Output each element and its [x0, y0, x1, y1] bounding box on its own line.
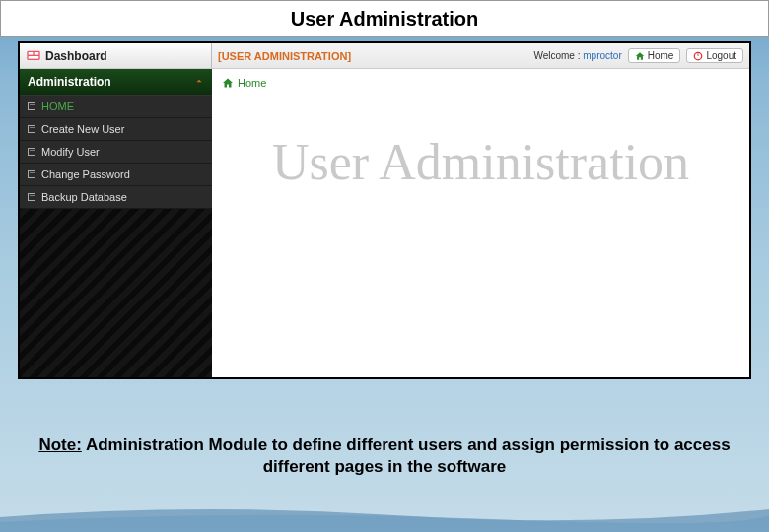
svg-rect-3 [29, 56, 39, 59]
power-icon [693, 51, 703, 61]
home-button[interactable]: Home [628, 48, 681, 63]
app-body: Administration HOME Create New User Modi… [20, 69, 749, 377]
chevron-up-icon [194, 75, 204, 89]
note-block: Note: Administration Module to define di… [30, 434, 739, 478]
dashboard-label: Dashboard [45, 49, 107, 63]
sidebar-item-label: HOME [41, 100, 74, 112]
breadcrumb: Home [212, 69, 749, 97]
sidebar-item-create-user[interactable]: Create New User [20, 118, 212, 141]
collapse-icon [28, 148, 35, 156]
slide-title-bar: User Administration [0, 0, 769, 37]
sidebar-item-label: Change Password [41, 168, 130, 180]
home-icon [222, 77, 234, 89]
watermark-text: User Administration [212, 133, 749, 191]
logout-button-label: Logout [706, 50, 736, 61]
collapse-icon [28, 102, 35, 110]
section-name: [USER ADMINISTRATION] [218, 50, 351, 62]
footer-decoration [0, 498, 769, 532]
collapse-icon [28, 193, 35, 201]
svg-rect-2 [35, 52, 39, 55]
sidebar-item-home[interactable]: HOME [20, 96, 212, 118]
logout-button[interactable]: Logout [686, 48, 743, 63]
app-toolbar: Dashboard [USER ADMINISTRATION] Welcome … [20, 43, 749, 69]
sidebar-item-change-password[interactable]: Change Password [20, 164, 212, 186]
content-area: Home User Administration [212, 69, 749, 377]
dashboard-label-block: Dashboard [20, 43, 212, 68]
note-body: Administration Module to define differen… [82, 435, 731, 476]
home-button-label: Home [648, 50, 674, 61]
sidebar-section-header[interactable]: Administration [20, 69, 212, 96]
note-text: Note: Administration Module to define di… [30, 434, 739, 478]
sidebar-item-backup-database[interactable]: Backup Database [20, 186, 212, 209]
svg-rect-5 [698, 51, 699, 55]
breadcrumb-home[interactable]: Home [238, 77, 266, 89]
dashboard-icon [26, 48, 41, 64]
app-frame: Dashboard [USER ADMINISTRATION] Welcome … [18, 41, 751, 379]
home-icon [635, 51, 645, 61]
sidebar-item-label: Modify User [41, 146, 100, 158]
welcome-user: mproctor [583, 50, 621, 61]
sidebar-item-label: Backup Database [41, 191, 127, 203]
slide-title: User Administration [291, 8, 478, 31]
sidebar-item-label: Create New User [41, 123, 124, 135]
collapse-icon [28, 125, 35, 133]
section-header: [USER ADMINISTRATION] [212, 43, 533, 68]
welcome-text: Welcome : mproctor [533, 50, 621, 61]
sidebar-section-label: Administration [28, 75, 111, 89]
sidebar-item-modify-user[interactable]: Modify User [20, 141, 212, 164]
top-right-controls: Welcome : mproctor Home Logout [533, 43, 749, 68]
collapse-icon [28, 170, 35, 178]
welcome-prefix: Welcome : [533, 50, 580, 61]
note-prefix: Note: [38, 435, 81, 454]
svg-rect-1 [29, 52, 34, 55]
sidebar: Administration HOME Create New User Modi… [20, 69, 212, 377]
